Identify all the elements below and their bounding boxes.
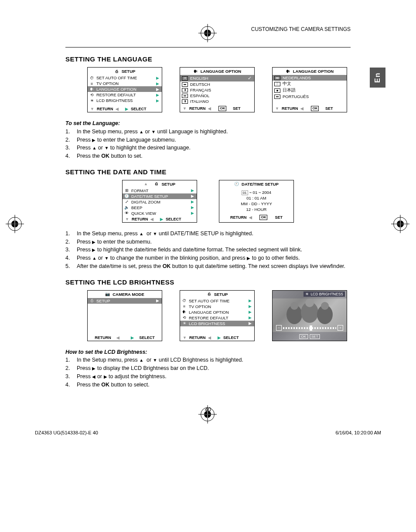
flag-icon: ▬: [274, 95, 280, 99]
menu-label: TV OPTION: [96, 81, 119, 86]
menu-label: DATE/TIME SETUP: [131, 194, 168, 199]
ok-icon: OK: [311, 106, 319, 111]
step-text: Press the OK button to select.: [77, 381, 150, 389]
check-icon: ✓: [248, 75, 252, 81]
footer-select: SELECT: [131, 107, 147, 111]
screen-setup-dt: ▲ ⎙SETUP ⊞FORMAT▶ 🕘DATE/TIME SETUP▶ ⤢DIG…: [122, 180, 197, 223]
menu-label: SET AUTO OFF TIME: [96, 75, 137, 80]
instructions-language: To set the Language: 1.In the Setup menu…: [65, 119, 351, 160]
arrow-up-icon: ▲: [144, 182, 148, 186]
arrow-down-icon: ▼: [183, 335, 187, 340]
clock-icon: 🕘: [234, 182, 239, 186]
lcd-preview: ☀LCD BRIGHTNESS − + OKSET: [272, 290, 347, 341]
ok-label: OK: [299, 334, 308, 339]
arrow-right-icon: ▶: [156, 81, 159, 86]
svg-point-5: [321, 302, 329, 310]
arrow-right-icon: ▶: [218, 335, 221, 340]
svg-point-4: [305, 298, 314, 307]
instructions-brightness: How to set the LCD Brightness: 1.In the …: [65, 348, 351, 389]
restore-icon: ⟲: [182, 315, 187, 320]
brightness-icon: ☀: [182, 321, 187, 325]
arrow-left-icon: ◀: [208, 106, 211, 111]
setup-icon: ⎙: [89, 298, 94, 303]
footer-return: RETURN: [95, 335, 111, 340]
format-icon: ⊞: [124, 188, 129, 193]
arrow-left-icon: ◀: [208, 335, 211, 340]
screen-datetime: 🕘DATE/TIME SETUP 01 ~ 01 ~ 2004 01 : 01 …: [219, 180, 294, 223]
menu-label: ITALIANO: [190, 99, 209, 104]
step-text: Press or to highlight the desired langua…: [77, 144, 191, 152]
screen-lang-1: 🗣LANGUAGE OPTION ✶ENGLISH✓ ▬DEUTSCH ▮FRA…: [180, 67, 255, 112]
step-text: After the date/time is set, press the OK…: [77, 262, 345, 271]
arrow-right-icon: ▶: [191, 211, 194, 215]
plus-icon: +: [338, 325, 343, 331]
step-text: Press the OK button to set.: [77, 152, 143, 160]
menu-label: FORMAT: [131, 188, 148, 193]
brightness-icon: ☀: [305, 292, 309, 296]
screen-title-text: DATE/TIME SETUP: [242, 182, 279, 186]
instructions-datetime: 1.In the Setup menu, press or until DATE…: [65, 230, 351, 271]
menu-label: PORTUGUÊS: [283, 94, 309, 99]
footer-select: SELECT: [166, 217, 181, 221]
minus-icon: −: [276, 325, 282, 331]
arrow-right-icon: ▶: [249, 304, 252, 308]
arrow-right-icon: ▶: [191, 188, 194, 193]
screen-setup-lang: ⎙SETUP ⏱SET AUTO OFF TIME▶ ≡TV OPTION▶ 🗣…: [87, 67, 162, 112]
menu-label: QUICK VIEW: [131, 211, 156, 216]
arrow-right-icon: ▶: [160, 217, 163, 221]
speech-icon: 🗣: [193, 69, 198, 74]
menu-label: LCD BRIGHTNESS: [189, 321, 225, 326]
flag-icon: ▬: [182, 94, 188, 98]
arrow-down-icon: ▼: [275, 106, 279, 111]
arrow-right-icon: ▶: [156, 87, 159, 91]
screen-title-text: CAMERA MODE: [113, 292, 144, 297]
footer-set: SET: [325, 106, 333, 111]
language-tab: En: [370, 68, 385, 88]
footer-set: SET: [275, 215, 283, 220]
footer-select: SELECT: [139, 335, 155, 340]
flag-icon: ▬: [182, 82, 188, 87]
menu-label: ENGLISH: [190, 76, 208, 81]
clock-icon: 🕘: [124, 194, 129, 198]
speech-icon: 🗣: [89, 87, 94, 91]
setup-icon: ⎙: [154, 182, 159, 186]
screen-camera-mode: 📷CAMERA MODE ⎙SETUP▶ RETURN◀ ▶SELECT: [87, 290, 162, 341]
menu-label: SET AUTO OFF TIME: [189, 298, 229, 303]
footer-select: SELECT: [223, 335, 239, 340]
screen-title-text: SETUP: [161, 182, 175, 186]
footer-return: RETURN: [97, 107, 113, 111]
menu-label: 日本語: [283, 88, 296, 93]
footer-left: DZ4363 UG(514338-02)-E 40: [35, 430, 98, 435]
flag-icon: ▬: [274, 76, 280, 80]
step-text: In the Setup menu, press or until Langua…: [77, 128, 228, 136]
heading-language: SETTING THE LANGUAGE: [65, 55, 351, 63]
arrow-right-icon: ▶: [249, 321, 252, 325]
heading-brightness: SETTING THE LCD BRIGHTNESS: [65, 278, 351, 286]
heading-datetime: SETTING THE DATE AND TIME: [65, 168, 351, 176]
menu-label: FRANÇAIS: [190, 88, 211, 92]
screen-title-text: LANGUAGE OPTION: [201, 69, 241, 74]
arrow-right-icon: ▶: [156, 93, 159, 97]
footer-return: RETURN: [189, 335, 206, 340]
tv-icon: ≡: [182, 304, 187, 308]
footer-return: RETURN: [132, 217, 148, 221]
arrow-down-icon: ▼: [90, 107, 94, 111]
svg-point-3: [290, 302, 298, 310]
screen-title-text: LANGUAGE OPTION: [293, 69, 334, 74]
footer-return: RETURN: [230, 215, 247, 220]
arrow-down-icon: ▼: [183, 106, 187, 111]
menu-label: NEDERLANDS: [283, 75, 311, 80]
flag-icon: ▮: [182, 99, 188, 104]
menu-label: 中文: [283, 81, 291, 87]
speech-icon: 🗣: [286, 69, 290, 74]
arrow-left-icon: ◀: [300, 106, 303, 111]
menu-label: DEUTSCH: [190, 82, 210, 87]
ok-icon: OK: [259, 215, 267, 220]
setup-icon: ⎙: [114, 69, 119, 74]
arrow-right-icon: ▶: [249, 315, 252, 320]
step-text: Press to enter the Language submenu.: [77, 136, 176, 144]
beep-icon: 🔈: [124, 205, 129, 210]
screen-lang-2: 🗣LANGUAGE OPTION ▬NEDERLANDS ░中文 日本語 ▬PO…: [272, 67, 347, 112]
screen-title-text: SETUP: [214, 292, 228, 297]
timer-icon: ⏱: [89, 76, 94, 80]
